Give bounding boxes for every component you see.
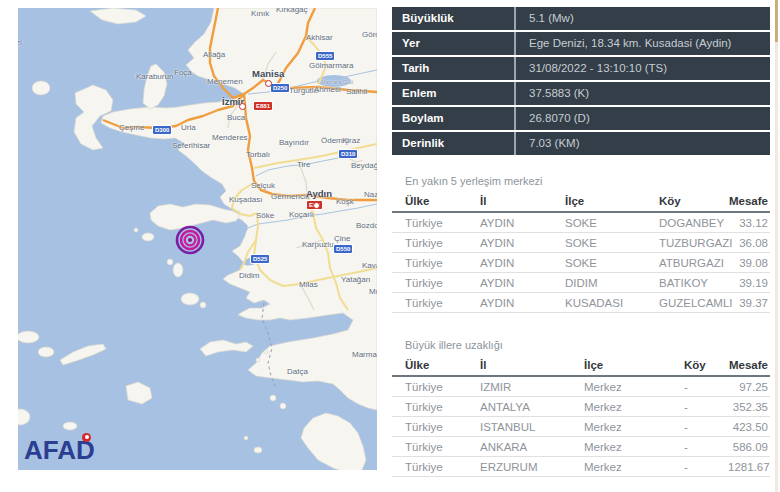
detail-label: Yer [392,32,516,55]
table-cell: Türkiye [392,417,480,437]
table-cell: ERZURUM [480,457,584,477]
table-cell: - [684,417,728,437]
table-cell: - [684,397,728,417]
column-header: İl [480,357,584,376]
city-marker-icon [239,103,246,110]
detail-value: Ege Denizi, 18.34 km. Kusadasi (Aydin) [516,32,770,55]
table-row: TürkiyeISTANBULMerkez-423.50 [392,417,770,437]
detail-label: Derinlik [392,132,516,155]
detail-label: Tarih [392,57,516,80]
table-cell: Merkez [584,417,684,437]
column-header: İlçe [584,357,684,376]
table-cell: DIDIM [565,273,659,293]
major-cities-table: ÜlkeİlİlçeKöyMesafe TürkiyeIZMIRMerkez-9… [392,357,770,477]
road-badge-icon: D525 [251,255,269,263]
detail-row: YerEge Denizi, 18.34 km. Kusadasi (Aydin… [392,32,770,55]
turkish-flag-icon [82,433,91,442]
table-row: TürkiyeAYDINDIDIMBATIKOY39.19 [392,273,770,293]
table-row: TürkiyeAYDINSOKEDOGANBEY33.12 [392,212,770,233]
karaburun-peninsula [143,64,167,109]
table-cell: Türkiye [392,273,480,293]
table-row: TürkiyeAYDINKUSADASIGUZELCAMLI39.37 [392,293,770,313]
table-cell: Türkiye [392,233,480,253]
table-header-row: ÜlkeİlİlçeKöyMesafe [392,357,770,376]
table-cell: Merkez [584,437,684,457]
table-cell: AYDIN [480,273,565,293]
table-cell: ANTALYA [480,397,584,417]
nearest-settlements-table: ÜlkeİlİlçeKöyMesafe TürkiyeAYDINSOKEDOGA… [392,193,770,313]
road-badge-icon: D310 [339,150,357,158]
afad-logo: AFAD [24,437,95,463]
table-cell: AYDIN [480,233,565,253]
column-header: İl [480,193,565,212]
column-header: Köy [684,357,728,376]
column-header: Ülke [392,357,480,376]
table-cell: SOKE [565,212,659,233]
table-cell: KUSADASI [565,293,659,313]
column-header: İlçe [565,193,659,212]
earthquake-map[interactable]: ziKınıkKırkağaçAkhisarGördesAliağaFoçaKa… [18,8,377,470]
column-header: Ülke [392,193,480,212]
cities-section-title: Büyük illere uzaklığı [405,339,503,351]
scrollbar-thumb[interactable] [775,0,778,42]
table-cell: Türkiye [392,293,480,313]
detail-value: 26.8070 (D) [516,107,770,130]
table-cell: AYDIN [480,253,565,273]
table-cell: Merkez [584,457,684,477]
detail-value: 7.03 (KM) [516,132,770,155]
detail-value: 5.1 (Mw) [516,7,770,30]
table-cell: SOKE [565,233,659,253]
table-row: TürkiyeERZURUMMerkez-1281.67 [392,457,770,477]
city-marker-icon [265,80,272,87]
detail-value: 31/08/2022 - 13:10:10 (TS) [516,57,770,80]
road-badge-icon: D250 [271,84,289,92]
detail-row: Büyüklük5.1 (Mw) [392,7,770,30]
table-cell: 39.19 [722,273,770,293]
table-cell: Merkez [584,376,684,397]
table-cell: 33.12 [722,212,770,233]
table-cell: 423.50 [728,417,770,437]
table-cell: 97.25 [728,376,770,397]
detail-label: Boylam [392,107,516,130]
table-cell: Türkiye [392,253,480,273]
epicenter-icon[interactable] [175,225,205,255]
table-header-row: ÜlkeİlİlçeKöyMesafe [392,193,770,212]
table-cell: 586.09 [728,437,770,457]
city-marker-icon [313,202,320,209]
road-badge-icon: E881 [254,102,272,110]
table-cell: IZMIR [480,376,584,397]
table-row: TürkiyeAYDINSOKETUZBURGAZI36.08 [392,233,770,253]
road-badge-icon: D550 [334,245,352,253]
table-row: TürkiyeIZMIRMerkez-97.25 [392,376,770,397]
table-cell: Türkiye [392,457,480,477]
scrollbar-track[interactable] [775,0,778,492]
table-cell: TUZBURGAZI [659,233,722,253]
nearest-section-title: En yakın 5 yerleşim merkezi [405,175,543,187]
detail-row: Enlem37.5883 (K) [392,82,770,105]
table-cell: - [684,457,728,477]
table-cell: 1281.67 [728,457,770,477]
table-cell: GUZELCAMLI [659,293,722,313]
table-row: TürkiyeANTALYAMerkez-352.35 [392,397,770,417]
detail-row: Boylam26.8070 (D) [392,107,770,130]
table-cell: AYDIN [480,212,565,233]
table-cell: Türkiye [392,397,480,417]
table-cell: SOKE [565,253,659,273]
column-header: Köy [659,193,722,212]
table-cell: ISTANBUL [480,417,584,437]
road-badge-icon: D555 [316,52,334,60]
column-header: Mesafe [728,357,770,376]
table-cell: 352.35 [728,397,770,417]
column-header: Mesafe [722,193,770,212]
table-cell: DOGANBEY [659,212,722,233]
detail-value: 37.5883 (K) [516,82,770,105]
earthquake-detail-table: Büyüklük5.1 (Mw)YerEge Denizi, 18.34 km.… [392,7,770,157]
table-cell: Türkiye [392,437,480,457]
table-cell: Merkez [584,397,684,417]
detail-row: Derinlik7.03 (KM) [392,132,770,155]
table-cell: ANKARA [480,437,584,457]
table-row: TürkiyeANKARAMerkez-586.09 [392,437,770,457]
table-cell: ATBURGAZI [659,253,722,273]
table-cell: AYDIN [480,293,565,313]
detail-label: Büyüklük [392,7,516,30]
